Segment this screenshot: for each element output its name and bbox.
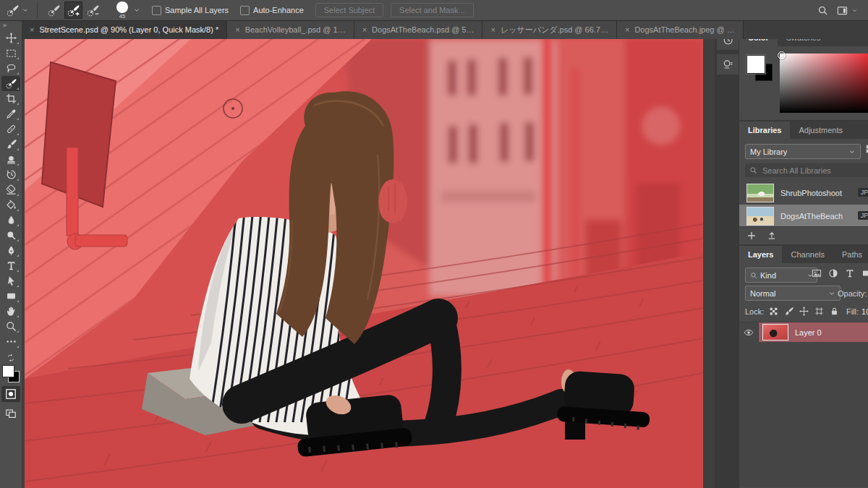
- lock-position-icon[interactable]: [799, 307, 809, 316]
- type-tool-icon: [6, 260, 17, 271]
- layer-visibility-toggle[interactable]: [739, 322, 759, 342]
- select-subject-button[interactable]: Select Subject: [315, 3, 383, 17]
- eraser-tool[interactable]: [1, 182, 20, 197]
- auto-enhance-option: Auto-Enhance: [240, 6, 304, 15]
- document-tab-3[interactable]: ×DogsAtTheBeach.psd @ 5…: [354, 20, 483, 39]
- eyedropper-tool[interactable]: [1, 106, 20, 121]
- brush-size-value: 45: [119, 14, 125, 20]
- device-preview-panel-button[interactable]: [716, 53, 739, 75]
- close-tab-icon[interactable]: ×: [490, 25, 495, 34]
- tab-libraries[interactable]: Libraries: [739, 121, 790, 139]
- color-picker-cursor[interactable]: [778, 51, 786, 59]
- color-picker-field[interactable]: [780, 53, 868, 113]
- healing-brush-tool[interactable]: [1, 121, 20, 137]
- tab-adjustments[interactable]: Adjustments: [790, 121, 851, 139]
- library-item-type-badge: JPG: [858, 211, 868, 220]
- pixel-filter-icon[interactable]: [812, 268, 822, 278]
- quick-mask-mode-button[interactable]: [1, 386, 20, 402]
- library-select[interactable]: My Library: [745, 144, 861, 159]
- screen-mode-button[interactable]: [1, 406, 20, 421]
- library-search-input[interactable]: [761, 166, 868, 176]
- marquee-tool[interactable]: [1, 46, 20, 61]
- brush-size-picker[interactable]: 45: [113, 1, 132, 20]
- lock-all-icon[interactable]: [830, 307, 839, 316]
- tab-paths[interactable]: Paths: [833, 246, 868, 263]
- canvas-area[interactable]: [25, 39, 703, 488]
- sample-all-layers-checkbox[interactable]: [152, 6, 161, 15]
- lock-transparent-icon[interactable]: [769, 307, 778, 316]
- dodge-tool[interactable]: [1, 228, 20, 243]
- move-tool[interactable]: [1, 30, 20, 46]
- close-tab-icon[interactable]: ×: [625, 25, 629, 34]
- document-tab-bar: ×StreetScene.psd @ 90% (Layer 0, Quick M…: [22, 20, 868, 39]
- close-tab-icon[interactable]: ×: [30, 25, 34, 34]
- tab-label: DogsAtTheBeach.psd @ 5…: [372, 25, 474, 34]
- search-icon[interactable]: [817, 5, 828, 16]
- pen-tool-icon: [6, 245, 17, 256]
- opacity-control[interactable]: Opacity:100%: [838, 289, 868, 298]
- document-tab-1[interactable]: ×StreetScene.psd @ 90% (Layer 0, Quick M…: [22, 20, 227, 39]
- sync-upload-icon[interactable]: [767, 231, 777, 241]
- foreground-color-swatch[interactable]: [746, 55, 765, 74]
- new-selection-button[interactable]: [45, 1, 63, 19]
- lasso-tool[interactable]: [1, 61, 20, 76]
- type-tool[interactable]: [1, 258, 20, 273]
- fill-control[interactable]: Fill:100%: [846, 307, 868, 316]
- add-to-selection-button[interactable]: [64, 1, 82, 19]
- select-and-mask-button[interactable]: Select and Mask...: [391, 3, 474, 17]
- swap-colors-icon[interactable]: [7, 354, 15, 362]
- pen-tool[interactable]: [1, 243, 20, 258]
- chevron-down-icon: [848, 148, 856, 155]
- library-item-ShrubPhotoshoot[interactable]: ShrubPhotoshootJPG: [739, 181, 868, 205]
- blend-mode-value: Normal: [750, 289, 775, 298]
- blend-mode-select[interactable]: Normal: [745, 286, 841, 301]
- layer-filter-buttons: [812, 268, 868, 278]
- selection-brush-icon: [7, 4, 19, 17]
- document-tab-4[interactable]: ×レッサーパンダ.psd @ 66.7…: [482, 20, 616, 39]
- add-library-item-icon[interactable]: [746, 231, 757, 241]
- device-preview-panel-icon: [723, 59, 733, 70]
- paint-bucket-tool[interactable]: [1, 197, 20, 213]
- subtract-from-selection-button[interactable]: [84, 1, 102, 19]
- hand-tool[interactable]: [1, 304, 20, 319]
- tools-panel: »: [0, 20, 22, 488]
- library-view-grid-icon[interactable]: [865, 144, 868, 154]
- adjustment-filter-icon[interactable]: [828, 268, 838, 278]
- tool-preset-button[interactable]: [4, 1, 30, 19]
- auto-enhance-checkbox[interactable]: [240, 6, 250, 15]
- collapse-toolbar-button[interactable]: »: [0, 20, 7, 30]
- shape-tool[interactable]: [1, 288, 20, 304]
- tab-channels[interactable]: Channels: [782, 246, 833, 263]
- brush-tool[interactable]: [1, 137, 20, 152]
- blur-tool[interactable]: [1, 213, 20, 228]
- history-brush-tool[interactable]: [1, 167, 20, 182]
- lasso-tool-icon: [6, 63, 17, 74]
- zoom-tool[interactable]: [1, 319, 20, 334]
- layer-list: Layer 0: [739, 322, 868, 342]
- edit-toolbar[interactable]: [1, 334, 20, 349]
- search-icon: [749, 166, 757, 174]
- close-tab-icon[interactable]: ×: [235, 25, 239, 34]
- library-item-DogsAtTheBeach[interactable]: DogsAtTheBeachJPG: [739, 205, 868, 228]
- foreground-color-swatch[interactable]: [2, 365, 14, 377]
- canvas-image[interactable]: [25, 39, 703, 488]
- type-filter-icon[interactable]: [845, 268, 855, 278]
- path-selection-tool[interactable]: [1, 273, 20, 288]
- tab-label: StreetScene.psd @ 90% (Layer 0, Quick Ma…: [39, 25, 218, 34]
- lock-pixels-icon[interactable]: [784, 307, 793, 316]
- layer-filter-select[interactable]: Kind: [745, 267, 817, 283]
- layer-row-layer-0[interactable]: Layer 0: [739, 322, 868, 342]
- crop-tool[interactable]: [1, 91, 20, 106]
- clone-stamp-tool[interactable]: [1, 152, 20, 167]
- layer-thumbnail[interactable]: [762, 324, 788, 341]
- workspace-switcher[interactable]: [837, 5, 858, 16]
- tab-layers[interactable]: Layers: [739, 246, 782, 263]
- close-tab-icon[interactable]: ×: [362, 25, 367, 34]
- shape-filter-icon[interactable]: [861, 268, 868, 278]
- lock-artboard-icon[interactable]: [814, 307, 824, 316]
- selection-brush-tool[interactable]: [1, 76, 20, 91]
- document-tab-5[interactable]: ×DogsAtTheBeach.jpeg @ …: [617, 20, 744, 39]
- library-search[interactable]: [745, 163, 868, 177]
- document-tab-2[interactable]: ×BeachVolleyball_.psd @ 1…: [227, 20, 354, 39]
- chevron-down-icon[interactable]: [133, 7, 140, 14]
